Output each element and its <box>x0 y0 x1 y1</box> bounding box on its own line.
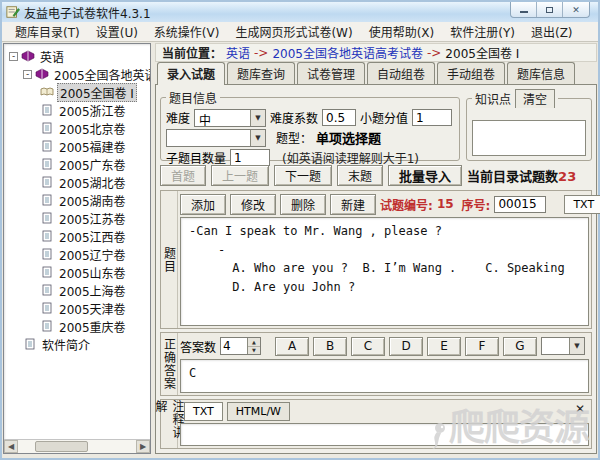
tree-node-group[interactable]: - 2005全国各地英语高考试卷 <box>6 65 150 83</box>
tree-label[interactable]: 2005山东卷 <box>57 264 128 281</box>
tree-node[interactable]: 2005江西卷 <box>6 227 150 245</box>
tree-node[interactable]: 2005广东卷 <box>6 155 150 173</box>
question-text-editor[interactable]: -Can I speak to Mr. Wang , please ? - A.… <box>180 217 589 326</box>
menu-item-generate-web[interactable]: 生成网页形式试卷(W) <box>228 22 359 41</box>
option-g-button[interactable]: G <box>503 337 537 356</box>
delete-button[interactable]: 删除 <box>280 194 326 215</box>
tree-label-selected[interactable]: 2005全国卷 I <box>57 83 137 102</box>
tab-manual-compose[interactable]: 手动组卷 <box>437 62 505 84</box>
chevron-down-icon[interactable]: ▼ <box>250 130 265 146</box>
tree-label[interactable]: 2005天津卷 <box>57 300 128 317</box>
first-question-button[interactable]: 首题 <box>160 165 206 186</box>
tree-node-software-intro[interactable]: 软件简介 <box>6 335 150 353</box>
tree-node[interactable]: 2005辽宁卷 <box>6 245 150 263</box>
tree-label[interactable]: 2005重庆卷 <box>57 318 128 335</box>
tree-node[interactable]: 2005天津卷 <box>6 299 150 317</box>
close-icon[interactable]: ✕ <box>575 403 585 415</box>
breadcrumb-link-subject[interactable]: 英语 <box>226 44 250 61</box>
minimize-button[interactable] <box>511 2 537 17</box>
tree-label[interactable]: 2005上海卷 <box>57 282 128 299</box>
tree-label[interactable]: 2005北京卷 <box>57 120 128 137</box>
document-icon <box>40 266 54 278</box>
last-question-button[interactable]: 末题 <box>337 165 383 186</box>
batch-import-button[interactable]: 批量导入 <box>388 165 462 186</box>
answer-text-editor[interactable]: C <box>180 359 589 393</box>
add-button[interactable]: 添加 <box>180 194 226 215</box>
option-e-button[interactable]: E <box>427 337 461 356</box>
scroll-left-icon[interactable]: ◀ <box>4 440 18 453</box>
tree-label[interactable]: 2005湖北卷 <box>57 174 128 191</box>
notes-txt-tab[interactable]: TXT <box>184 402 223 421</box>
menu-item-settings[interactable]: 设置(U) <box>89 22 145 41</box>
option-b-button[interactable]: B <box>313 337 347 356</box>
notes-text-editor[interactable] <box>180 423 589 446</box>
tree-node[interactable]: 2005浙江卷 <box>6 101 150 119</box>
document-icon <box>40 140 54 152</box>
tree-label[interactable]: 2005江西卷 <box>57 228 128 245</box>
answer-count-stepper[interactable]: ▲ ▼ <box>220 337 261 355</box>
option-c-button[interactable]: C <box>351 337 385 356</box>
tree-node-root[interactable]: - 英语 <box>6 47 150 65</box>
answer-count-input[interactable] <box>221 338 247 354</box>
tree-label[interactable]: 英语 <box>38 48 66 65</box>
tree-label[interactable]: 2005江苏卷 <box>57 210 128 227</box>
option-f-button[interactable]: F <box>465 337 499 356</box>
difficulty-select[interactable]: 中 ▼ <box>194 109 266 127</box>
new-button[interactable]: 新建 <box>330 194 376 215</box>
scrollbar-track[interactable] <box>18 440 136 453</box>
tree-label[interactable]: 软件简介 <box>40 336 92 353</box>
score-label: 小题分值 <box>360 109 408 126</box>
tab-auto-compose[interactable]: 自动组卷 <box>367 62 435 84</box>
tree-node[interactable]: 2005山东卷 <box>6 263 150 281</box>
chevron-down-icon[interactable]: ▼ <box>569 338 584 354</box>
tree-label[interactable]: 2005福建卷 <box>57 138 128 155</box>
modify-button[interactable]: 修改 <box>230 194 276 215</box>
maximize-button[interactable] <box>537 2 563 17</box>
spinner-down-icon[interactable]: ▼ <box>248 347 260 355</box>
tree-node[interactable]: 2005上海卷 <box>6 281 150 299</box>
tree-label[interactable]: 2005广东卷 <box>57 156 128 173</box>
tree-node[interactable]: 2005江苏卷 <box>6 209 150 227</box>
tree-node-selected[interactable]: 2005全国卷 I <box>6 83 150 101</box>
collapse-icon[interactable]: - <box>9 52 18 61</box>
menu-item-help[interactable]: 使用帮助(X) <box>362 22 442 41</box>
tree-horizontal-scrollbar[interactable]: ◀ ▶ <box>4 439 150 453</box>
notes-html-tab[interactable]: HTML/W <box>227 402 290 421</box>
question-txt-tab[interactable]: TXT <box>564 195 600 214</box>
clear-knowledge-button[interactable]: 清空 <box>515 89 555 108</box>
tree-label[interactable]: 2005湖南卷 <box>57 192 128 209</box>
menu-item-register[interactable]: 软件注册(Y) <box>443 22 522 41</box>
coefficient-input[interactable] <box>322 109 356 126</box>
tab-library-info[interactable]: 题库信息 <box>507 62 575 84</box>
menu-item-system[interactable]: 系统操作(V) <box>147 22 227 41</box>
option-d-button[interactable]: D <box>389 337 423 356</box>
chevron-down-icon[interactable]: ▼ <box>250 110 265 126</box>
tab-library-query[interactable]: 题库查询 <box>227 62 295 84</box>
tree-label[interactable]: 2005辽宁卷 <box>57 246 128 263</box>
option-select[interactable]: ▼ <box>541 337 585 355</box>
scroll-right-icon[interactable]: ▶ <box>136 440 150 453</box>
menu-item-exit[interactable]: 退出(Z) <box>524 22 580 41</box>
sequence-input[interactable] <box>494 196 546 213</box>
tree-label[interactable]: 2005全国各地英语高考试卷 <box>52 66 150 83</box>
prev-question-button[interactable]: 上一题 <box>211 165 269 186</box>
tree-node[interactable]: 2005湖北卷 <box>6 173 150 191</box>
breadcrumb-link-group[interactable]: 2005全国各地英语高考试卷 <box>272 44 423 61</box>
score-input[interactable] <box>412 109 452 126</box>
option-a-button[interactable]: A <box>275 337 309 356</box>
scrollbar-thumb[interactable] <box>35 441 88 452</box>
tab-paper-manage[interactable]: 试卷管理 <box>297 62 365 84</box>
tree-node[interactable]: 2005湖南卷 <box>6 191 150 209</box>
tree-node[interactable]: 2005北京卷 <box>6 119 150 137</box>
next-question-button[interactable]: 下一题 <box>274 165 332 186</box>
category-select[interactable]: ▼ <box>166 129 266 147</box>
knowledge-list[interactable] <box>472 120 586 156</box>
close-button[interactable]: ✕ <box>563 2 589 17</box>
tab-enter-question[interactable]: 录入试题 <box>157 62 225 85</box>
tree-node[interactable]: 2005重庆卷 <box>6 317 150 335</box>
collapse-icon[interactable]: - <box>23 70 32 79</box>
tree-node[interactable]: 2005福建卷 <box>6 137 150 155</box>
tree-label[interactable]: 2005浙江卷 <box>57 102 128 119</box>
spinner-up-icon[interactable]: ▲ <box>248 338 260 347</box>
menu-item-library[interactable]: 题库目录(T) <box>8 22 87 41</box>
